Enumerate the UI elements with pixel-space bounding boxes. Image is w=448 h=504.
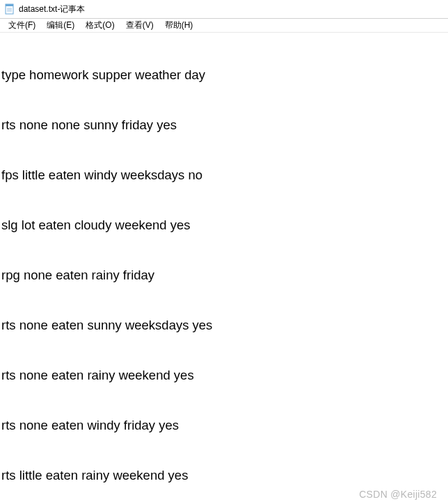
title-appname: 记事本 xyxy=(60,3,85,15)
text-line: rts none eaten rainy weekend yes xyxy=(1,367,447,384)
menu-format[interactable]: 格式(O) xyxy=(80,19,120,32)
titlebar: dataset.txt - 记事本 xyxy=(0,0,448,19)
svg-rect-1 xyxy=(6,4,13,6)
text-line: fps little eaten windy weeksdays no xyxy=(1,167,447,184)
text-line: rpg none eaten rainy friday xyxy=(1,267,447,284)
text-line: rts none eaten windy friday yes xyxy=(1,417,447,434)
menubar: 文件(F) 编辑(E) 格式(O) 查看(V) 帮助(H) xyxy=(0,19,448,33)
menu-help[interactable]: 帮助(H) xyxy=(159,19,199,32)
text-line: rts none none sunny friday yes xyxy=(1,117,447,133)
watermark: CSDN @Keiji582 xyxy=(359,489,437,500)
notepad-icon xyxy=(4,3,15,15)
text-line: type homework supper weather day xyxy=(1,67,447,83)
menu-file[interactable]: 文件(F) xyxy=(3,19,41,32)
text-line: rts none eaten sunny weeksdays yes xyxy=(1,317,447,334)
text-line: slg lot eaten cloudy weekend yes xyxy=(1,217,447,234)
text-line: rts little eaten rainy weekend yes xyxy=(1,467,447,484)
menu-edit[interactable]: 编辑(E) xyxy=(41,19,80,32)
menu-view[interactable]: 查看(V) xyxy=(120,19,159,32)
title-filename: dataset.txt xyxy=(19,4,57,14)
text-area[interactable]: type homework supper weather day rts non… xyxy=(0,33,448,504)
